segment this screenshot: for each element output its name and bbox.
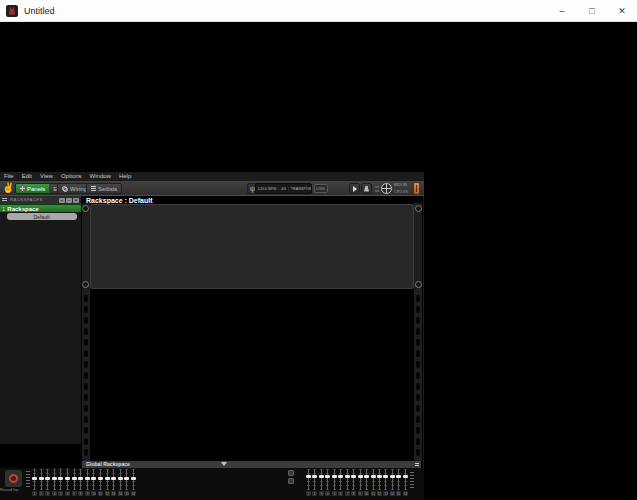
fader-cap[interactable] [32,477,37,480]
maximize-button[interactable]: □ [577,0,607,22]
fader[interactable] [345,469,350,490]
fader-cap[interactable] [45,477,50,480]
fader-cap[interactable] [118,477,123,480]
tempo-display[interactable]: 120.0 BPM | 4/4 | TRANSPOSE 0 [255,183,312,194]
fader-cap[interactable] [111,477,116,480]
fader-cap[interactable] [72,477,77,480]
panel-grip-icon[interactable] [415,463,419,466]
fader[interactable] [85,469,90,490]
fader[interactable] [78,469,83,490]
close-button[interactable]: ✕ [607,0,637,22]
fader[interactable] [118,469,123,490]
fader[interactable] [32,469,37,490]
menu-item-options[interactable]: Options [57,172,86,181]
fader-cap[interactable] [371,475,376,478]
fader[interactable] [65,469,70,490]
hamburger-icon[interactable] [2,198,7,202]
fader[interactable] [98,469,103,490]
panels-button[interactable]: Panels [16,184,49,193]
fader[interactable] [332,469,337,490]
fader-cap[interactable] [131,477,136,480]
fader-cap[interactable] [39,477,44,480]
global-rackspace-tab[interactable]: Global Rackspace [82,461,421,468]
window-title: Untitled [24,6,55,16]
fader[interactable] [396,469,401,490]
fader[interactable] [91,469,96,490]
fader[interactable] [403,469,408,490]
fader-cap[interactable] [351,475,356,478]
bank-button-top[interactable] [288,470,294,476]
metronome-button[interactable] [361,183,372,194]
fader[interactable] [45,469,50,490]
fader-cap[interactable] [396,475,401,478]
fader-cap[interactable] [98,477,103,480]
menu-item-window[interactable]: Window [86,172,115,181]
fader-line [385,469,386,490]
fader-cap[interactable] [377,475,382,478]
fader-cap[interactable] [91,477,96,480]
bank-button-bottom[interactable] [288,478,294,484]
fader-cap[interactable] [338,475,343,478]
fader-cap[interactable] [78,477,83,480]
fader[interactable] [39,469,44,490]
fader[interactable] [105,469,110,490]
fader-cap[interactable] [52,477,57,480]
fader-cap[interactable] [306,475,311,478]
panic-button[interactable] [414,183,419,194]
fader[interactable] [111,469,116,490]
fader[interactable] [124,469,129,490]
fader-cap[interactable] [65,477,70,480]
rackspaces-header-button-1[interactable]: − [66,198,72,203]
fader-cap[interactable] [403,475,408,478]
fader-cap[interactable] [390,475,395,478]
chevron-down-icon[interactable] [221,462,227,466]
fader-label: 6 [65,491,70,496]
fader-cap[interactable] [383,475,388,478]
menu-item-edit[interactable]: Edit [18,172,36,181]
rackspaces-header-button-0[interactable]: + [59,198,65,203]
rack-rail-right [414,203,422,461]
rack-panel[interactable] [90,204,414,289]
fader-label: 7 [345,491,350,496]
fader[interactable] [72,469,77,490]
minimize-button[interactable]: – [547,0,577,22]
fader[interactable] [358,469,363,490]
fader[interactable] [325,469,330,490]
fader[interactable] [338,469,343,490]
record-button[interactable] [5,470,22,487]
fader[interactable] [390,469,395,490]
fader-cap[interactable] [319,475,324,478]
fader-cap[interactable] [105,477,110,480]
fader[interactable] [131,469,136,490]
fader-cap[interactable] [358,475,363,478]
menu-item-help[interactable]: Help [115,172,135,181]
fader-cap[interactable] [345,475,350,478]
fader[interactable] [383,469,388,490]
fader-cap[interactable] [332,475,337,478]
fader[interactable] [52,469,57,490]
rackspaces-header-button-2[interactable]: ▾ [73,198,79,203]
fader[interactable] [364,469,369,490]
fader-label: 11 [98,491,103,496]
play-button[interactable] [349,183,360,194]
fader[interactable] [351,469,356,490]
fader-cap[interactable] [124,477,129,480]
menu-item-view[interactable]: View [36,172,57,181]
fader[interactable] [306,469,311,490]
fader[interactable] [319,469,324,490]
variation-item[interactable]: Default [7,213,77,220]
fader-cap[interactable] [325,475,330,478]
fader-cap[interactable] [312,475,317,478]
fader-cap[interactable] [364,475,369,478]
link-button[interactable]: LINK [314,184,328,193]
fader[interactable] [371,469,376,490]
fader[interactable] [312,469,317,490]
setlists-button[interactable]: Setlists [86,183,122,194]
menu-item-file[interactable]: File [0,172,18,181]
rackspace-list-item[interactable]: 1 Rackspace [0,204,81,212]
fader-cap[interactable] [85,477,90,480]
fader[interactable] [377,469,382,490]
fader[interactable] [58,469,63,490]
fader-cap[interactable] [58,477,63,480]
global-rackspace-globe-icon[interactable] [381,183,392,194]
